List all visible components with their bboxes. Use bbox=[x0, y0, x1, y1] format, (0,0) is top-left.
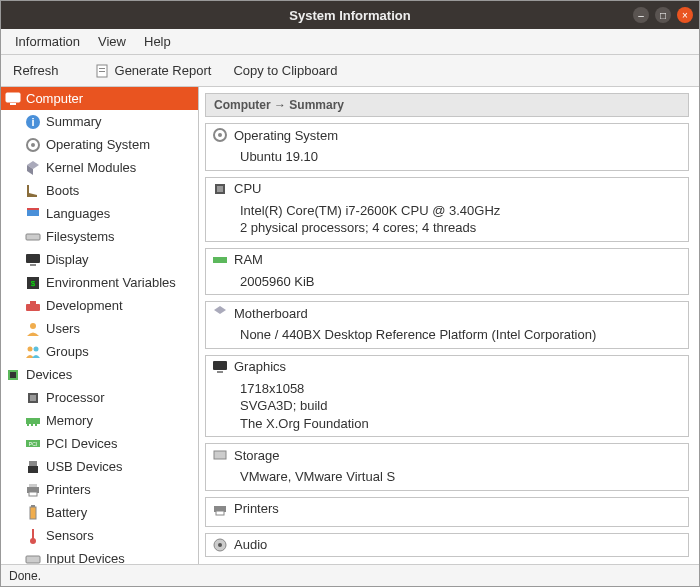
menubar: Information View Help bbox=[1, 29, 699, 55]
sidebar-item-env[interactable]: $Environment Variables bbox=[1, 271, 198, 294]
cpu-icon bbox=[212, 181, 228, 197]
svg-text:$: $ bbox=[31, 279, 36, 288]
svg-rect-37 bbox=[29, 492, 37, 496]
generate-report-button[interactable]: Generate Report bbox=[89, 60, 218, 82]
svg-rect-2 bbox=[99, 71, 105, 72]
breadcrumb: Computer → Summary bbox=[205, 93, 689, 117]
status-text: Done. bbox=[9, 569, 41, 583]
svg-rect-1 bbox=[99, 68, 105, 69]
sidebar-item-languages[interactable]: Languages bbox=[1, 202, 198, 225]
svg-rect-18 bbox=[26, 304, 40, 311]
sidebar-item-boots[interactable]: Boots bbox=[1, 179, 198, 202]
sidebar-label: Printers bbox=[46, 482, 91, 497]
svg-rect-34 bbox=[28, 466, 38, 473]
menu-view[interactable]: View bbox=[90, 31, 134, 52]
motherboard-icon bbox=[212, 305, 228, 321]
sidebar-item-kernel[interactable]: Kernel Modules bbox=[1, 156, 198, 179]
menu-information[interactable]: Information bbox=[7, 31, 88, 52]
section-title: Printers bbox=[234, 501, 279, 516]
sidebar-item-sensors[interactable]: Sensors bbox=[1, 524, 198, 547]
refresh-button[interactable]: Refresh bbox=[7, 60, 65, 81]
section-title: CPU bbox=[234, 181, 261, 196]
svg-rect-55 bbox=[216, 511, 224, 515]
svg-rect-33 bbox=[29, 461, 37, 466]
svg-rect-40 bbox=[32, 529, 34, 539]
summary-list[interactable]: Operating System Ubuntu 19.10 CPU Intel(… bbox=[205, 123, 689, 558]
sidebar-label: Users bbox=[46, 321, 80, 336]
section-value: None / 440BX Desktop Reference Platform … bbox=[240, 326, 682, 344]
svg-point-22 bbox=[34, 346, 39, 351]
drive-icon bbox=[25, 229, 41, 245]
section-audio: Audio bbox=[205, 533, 689, 557]
copy-clipboard-button[interactable]: Copy to Clipboard bbox=[227, 60, 343, 81]
section-title: RAM bbox=[234, 252, 263, 267]
section-value: 2 physical processors; 4 cores; 4 thread… bbox=[240, 219, 682, 237]
sidebar-item-usb[interactable]: USB Devices bbox=[1, 455, 198, 478]
usb-icon bbox=[25, 459, 41, 475]
menu-help[interactable]: Help bbox=[136, 31, 179, 52]
sidebar-item-os[interactable]: Operating System bbox=[1, 133, 198, 156]
flag-icon bbox=[25, 206, 41, 222]
sidebar-label: Environment Variables bbox=[46, 275, 176, 290]
section-title: Graphics bbox=[234, 359, 286, 374]
copy-clipboard-label: Copy to Clipboard bbox=[233, 63, 337, 78]
sidebar-label: Boots bbox=[46, 183, 79, 198]
computer-icon bbox=[5, 91, 21, 107]
svg-rect-24 bbox=[10, 372, 16, 378]
sidebar-label: Input Devices bbox=[46, 551, 125, 564]
svg-rect-29 bbox=[31, 424, 33, 426]
svg-marker-50 bbox=[214, 306, 226, 314]
sidebar[interactable]: Computer iSummary Operating System Kerne… bbox=[1, 87, 199, 564]
sidebar-item-printers[interactable]: Printers bbox=[1, 478, 198, 501]
sidebar-label: USB Devices bbox=[46, 459, 123, 474]
sidebar-item-display[interactable]: Display bbox=[1, 248, 198, 271]
close-button[interactable]: × bbox=[677, 7, 693, 23]
section-value: 1718x1058 bbox=[240, 380, 682, 398]
sidebar-item-pci[interactable]: PCIPCI Devices bbox=[1, 432, 198, 455]
sidebar-item-processor[interactable]: Processor bbox=[1, 386, 198, 409]
svg-rect-48 bbox=[217, 186, 223, 192]
ram-icon bbox=[212, 252, 228, 268]
svg-text:i: i bbox=[31, 116, 34, 128]
svg-rect-30 bbox=[35, 424, 37, 426]
svg-point-8 bbox=[31, 143, 35, 147]
sidebar-label: Battery bbox=[46, 505, 87, 520]
sidebar-item-battery[interactable]: Battery bbox=[1, 501, 198, 524]
sidebar-item-filesystems[interactable]: Filesystems bbox=[1, 225, 198, 248]
svg-point-46 bbox=[218, 133, 222, 137]
sidebar-item-groups[interactable]: Groups bbox=[1, 340, 198, 363]
statusbar: Done. bbox=[1, 564, 699, 586]
refresh-label: Refresh bbox=[13, 63, 59, 78]
section-title: Motherboard bbox=[234, 306, 308, 321]
info-icon: i bbox=[25, 114, 41, 130]
svg-rect-36 bbox=[29, 484, 37, 487]
sidebar-label: Processor bbox=[46, 390, 105, 405]
sidebar-item-devices[interactable]: Devices bbox=[1, 363, 198, 386]
sidebar-item-users[interactable]: Users bbox=[1, 317, 198, 340]
svg-rect-12 bbox=[27, 208, 39, 210]
sidebar-item-memory[interactable]: Memory bbox=[1, 409, 198, 432]
sidebar-label: Operating System bbox=[46, 137, 150, 152]
main-panel: Computer → Summary Operating System Ubun… bbox=[199, 87, 699, 564]
window-title: System Information bbox=[9, 8, 691, 23]
maximize-button[interactable]: □ bbox=[655, 7, 671, 23]
sidebar-label: Languages bbox=[46, 206, 110, 221]
sidebar-item-summary[interactable]: iSummary bbox=[1, 110, 198, 133]
pci-icon: PCI bbox=[25, 436, 41, 452]
generate-report-label: Generate Report bbox=[115, 63, 212, 78]
section-value: Intel(R) Core(TM) i7-2600K CPU @ 3.40GHz bbox=[240, 202, 682, 220]
svg-rect-19 bbox=[30, 301, 36, 304]
ram-icon bbox=[25, 413, 41, 429]
section-os: Operating System Ubuntu 19.10 bbox=[205, 123, 689, 171]
printer-icon bbox=[25, 482, 41, 498]
svg-rect-39 bbox=[31, 505, 35, 507]
sidebar-item-input[interactable]: Input Devices bbox=[1, 547, 198, 564]
svg-point-41 bbox=[30, 538, 36, 544]
svg-rect-53 bbox=[214, 451, 226, 459]
sidebar-item-dev[interactable]: Development bbox=[1, 294, 198, 317]
sidebar-label: Summary bbox=[46, 114, 102, 129]
svg-rect-52 bbox=[217, 371, 223, 373]
sidebar-label: Display bbox=[46, 252, 89, 267]
sidebar-item-computer[interactable]: Computer bbox=[1, 87, 198, 110]
minimize-button[interactable]: – bbox=[633, 7, 649, 23]
